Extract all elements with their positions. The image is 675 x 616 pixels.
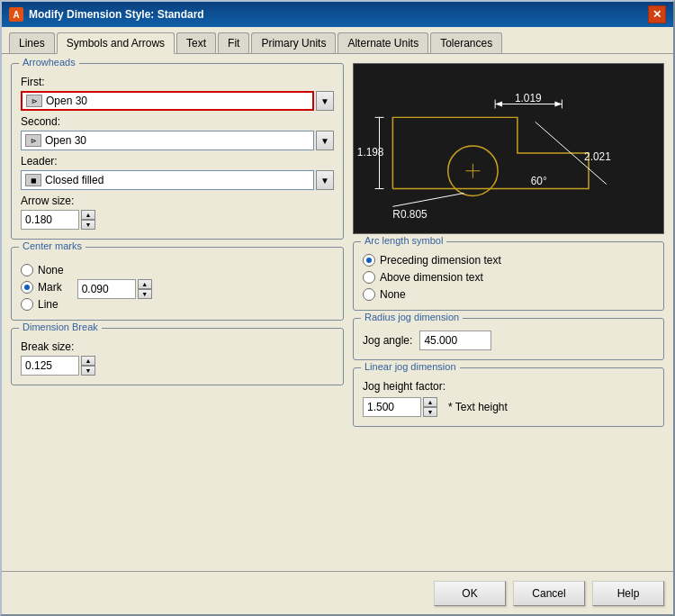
- jog-height-field: ▲ ▼ * Text height: [363, 397, 654, 417]
- jog-height-label: Jog height factor:: [363, 380, 654, 393]
- arrow-size-input[interactable]: [21, 210, 79, 230]
- center-size-up[interactable]: ▲: [138, 279, 152, 289]
- center-marks-title: Center marks: [19, 240, 86, 251]
- first-dropdown-row: ⊳ Open 30 ▼: [21, 91, 334, 111]
- mark-radio-row: Mark: [21, 281, 64, 294]
- center-marks-radio-group: None Mark Line: [21, 264, 64, 311]
- arc-none-label: None: [380, 288, 406, 301]
- bottom-bar: OK Cancel Help: [2, 571, 673, 614]
- break-size-spinner: ▲ ▼: [81, 356, 95, 376]
- center-size-input[interactable]: [77, 279, 136, 299]
- above-label: Above dimension text: [380, 271, 483, 284]
- radius-jog-group: Radius jog dimension Jog angle:: [353, 318, 664, 360]
- none-label: None: [38, 264, 64, 276]
- svg-text:2.021: 2.021: [584, 150, 611, 163]
- right-panel: 1.019 1.198 2.021 60° R0.805: [353, 63, 664, 558]
- first-dropdown-btn[interactable]: ▼: [316, 91, 334, 111]
- jog-angle-input[interactable]: [419, 331, 491, 350]
- tab-lines[interactable]: Lines: [9, 32, 55, 53]
- ok-button[interactable]: OK: [434, 581, 506, 606]
- left-panel: Arrowheads First: ⊳ Open 30 ▼ Second: ⊳ …: [11, 63, 344, 558]
- tab-tolerances[interactable]: Tolerances: [430, 32, 502, 53]
- close-button[interactable]: ✕: [648, 5, 666, 23]
- jog-height-down[interactable]: ▼: [423, 407, 437, 417]
- jog-angle-label: Jog angle:: [363, 334, 412, 347]
- arrow-size-down[interactable]: ▼: [81, 220, 95, 230]
- dimension-break-title: Dimension Break: [19, 322, 102, 332]
- leader-value: Closed filled: [45, 174, 104, 186]
- tabs-bar: Lines Symbols and Arrows Text Fit Primar…: [2, 27, 673, 54]
- second-dropdown[interactable]: ⊳ Open 30: [21, 131, 314, 150]
- arrow-size-up[interactable]: ▲: [81, 210, 95, 220]
- dialog-window: A Modify Dimension Style: Standard ✕ Lin…: [0, 0, 675, 616]
- first-dropdown[interactable]: ⊳ Open 30: [21, 91, 314, 111]
- jog-height-up[interactable]: ▲: [423, 397, 437, 407]
- leader-dropdown-row: ◼ Closed filled ▼: [21, 170, 334, 190]
- arc-length-radio-group: Preceding dimension text Above dimension…: [363, 254, 654, 301]
- app-icon: A: [9, 7, 23, 22]
- svg-text:R0.805: R0.805: [392, 208, 428, 221]
- preceding-radio-row: Preceding dimension text: [363, 254, 654, 267]
- jog-height-suffix: * Text height: [448, 401, 508, 413]
- preceding-radio[interactable]: [363, 254, 375, 267]
- tab-fit[interactable]: Fit: [218, 32, 249, 53]
- center-size-down[interactable]: ▼: [138, 289, 152, 299]
- preview-svg: 1.019 1.198 2.021 60° R0.805: [354, 64, 663, 233]
- center-size-spinner: ▲ ▼: [138, 279, 152, 299]
- preceding-label: Preceding dimension text: [380, 254, 501, 267]
- arrow-size-field: ▲ ▼: [21, 210, 334, 230]
- leader-dropdown[interactable]: ◼ Closed filled: [21, 170, 314, 190]
- tab-text[interactable]: Text: [176, 32, 216, 53]
- cancel-button[interactable]: Cancel: [513, 581, 585, 606]
- linear-jog-group: Linear jog dimension Jog height factor: …: [353, 367, 664, 427]
- help-button[interactable]: Help: [592, 581, 664, 606]
- second-value: Open 30: [45, 134, 86, 147]
- above-radio[interactable]: [363, 271, 375, 284]
- second-dropdown-row: ⊳ Open 30 ▼: [21, 131, 334, 150]
- mark-radio[interactable]: [21, 281, 33, 294]
- first-value: Open 30: [46, 95, 87, 107]
- window-title: Modify Dimension Style: Standard: [29, 8, 648, 21]
- tab-symbols-and-arrows[interactable]: Symbols and Arrows: [57, 32, 175, 54]
- preview-box: 1.019 1.198 2.021 60° R0.805: [353, 63, 664, 234]
- center-marks-content: None Mark Line: [21, 259, 334, 311]
- center-size-field: ▲ ▼: [77, 279, 152, 299]
- none-radio-row: None: [21, 264, 64, 276]
- jog-height-spinner: ▲ ▼: [423, 397, 437, 417]
- arrow-size-label: Arrow size:: [21, 195, 334, 207]
- title-bar: A Modify Dimension Style: Standard ✕: [2, 2, 673, 27]
- dimension-break-group: Dimension Break Break size: ▲ ▼: [11, 328, 344, 385]
- line-label: Line: [38, 298, 58, 311]
- arc-none-radio-row: None: [363, 288, 654, 301]
- first-label: First:: [21, 76, 334, 88]
- svg-text:60°: 60°: [531, 175, 547, 187]
- above-radio-row: Above dimension text: [363, 271, 654, 284]
- arc-length-title: Arc length symbol: [361, 235, 446, 246]
- content-area: Arrowheads First: ⊳ Open 30 ▼ Second: ⊳ …: [2, 54, 673, 567]
- leader-dropdown-btn[interactable]: ▼: [316, 170, 334, 190]
- line-radio[interactable]: [21, 298, 33, 311]
- arrowheads-title: Arrowheads: [19, 57, 79, 68]
- second-dropdown-btn[interactable]: ▼: [316, 131, 334, 150]
- second-arrow-icon: ⊳: [25, 134, 41, 147]
- break-size-down[interactable]: ▼: [81, 366, 95, 376]
- svg-text:1.019: 1.019: [515, 92, 542, 104]
- jog-height-input[interactable]: [363, 397, 421, 417]
- arc-none-radio[interactable]: [363, 288, 375, 301]
- line-radio-row: Line: [21, 298, 64, 311]
- leader-label: Leader:: [21, 155, 334, 168]
- jog-height-spin: ▲ ▼: [363, 397, 437, 417]
- break-size-input[interactable]: [21, 356, 79, 376]
- tab-alternate-units[interactable]: Alternate Units: [338, 32, 428, 53]
- none-radio[interactable]: [21, 264, 33, 276]
- mark-label: Mark: [38, 281, 62, 294]
- second-label: Second:: [21, 115, 334, 128]
- tab-primary-units[interactable]: Primary Units: [251, 32, 336, 53]
- break-size-field: ▲ ▼: [21, 356, 334, 376]
- break-size-up[interactable]: ▲: [81, 356, 95, 366]
- arrowheads-group: Arrowheads First: ⊳ Open 30 ▼ Second: ⊳ …: [11, 63, 344, 240]
- radius-jog-title: Radius jog dimension: [361, 312, 463, 322]
- leader-arrow-icon: ◼: [25, 174, 41, 186]
- linear-jog-title: Linear jog dimension: [361, 361, 460, 372]
- break-size-label: Break size:: [21, 340, 334, 353]
